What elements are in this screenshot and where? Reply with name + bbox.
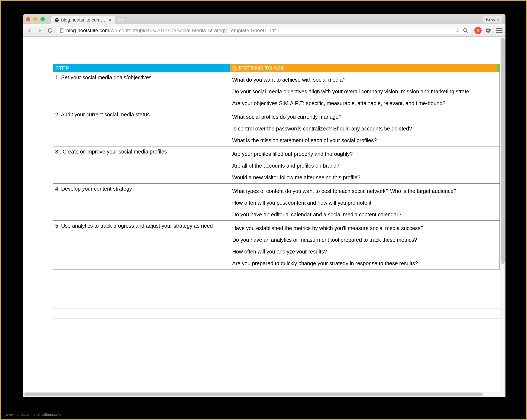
svg-point-3 [56, 19, 56, 20]
empty-row [53, 289, 500, 299]
address-bar[interactable]: blog.hootsuite.com/wp-content/uploads/20… [57, 26, 471, 35]
table-row: 1. Set your social media goals/objective… [53, 72, 500, 109]
forward-button[interactable] [36, 27, 44, 34]
page-file-icon [59, 28, 64, 33]
question-line: What social profiles do you currently ma… [230, 109, 499, 123]
window-controls [26, 17, 45, 21]
svg-point-5 [463, 28, 467, 32]
horizontal-scrollbar[interactable] [23, 392, 505, 397]
question-line: What types of content do you want to pos… [230, 184, 499, 197]
tab-bar: blog.hootsuite.com/wp-con ✕ Kevan [23, 14, 505, 24]
table-row: 5. Use analytics to track progress and a… [53, 221, 500, 269]
header-questions: QUESTIONS TO ASK [230, 64, 497, 72]
tab-title: blog.hootsuite.com/wp-con [61, 17, 106, 23]
vertical-scrollbar[interactable] [500, 37, 505, 392]
reload-button[interactable] [46, 27, 54, 34]
owl-favicon-icon [54, 18, 59, 22]
question-line: Are your profiles filled out properly an… [230, 146, 499, 160]
maximize-window-button[interactable] [41, 17, 45, 21]
strategy-table: STEP QUESTIONS TO ASK 1. Set your social… [53, 64, 500, 348]
empty-row [53, 319, 500, 328]
horizontal-scroll-thumb[interactable] [24, 393, 483, 396]
question-line: Do you have an analytics or measurment t… [230, 234, 499, 246]
minimize-window-button[interactable] [33, 17, 38, 21]
profile-badge[interactable]: Kevan [483, 16, 503, 23]
browser-toolbar: blog.hootsuite.com/wp-content/uploads/20… [23, 24, 505, 37]
url-text: blog.hootsuite.com/wp-content/uploads/20… [66, 27, 452, 33]
zoom-magnifier-icon[interactable] [463, 27, 469, 33]
pocket-extension-icon[interactable] [484, 27, 492, 34]
questions-cell: Have you established the metrics by whic… [230, 221, 500, 269]
close-window-button[interactable] [26, 17, 30, 21]
pdf-document: STEP QUESTIONS TO ASK 1. Set your social… [23, 37, 500, 392]
question-line: Are your objectives S.M.A.R.T: specific,… [230, 98, 499, 109]
empty-row [53, 338, 500, 348]
question-line: What is the mission statement of each of… [230, 134, 499, 146]
back-button[interactable] [26, 27, 33, 34]
table-header-row: STEP QUESTIONS TO ASK [53, 64, 500, 72]
menu-hamburger-icon[interactable] [496, 28, 503, 33]
question-line: Are all of the accounts and profiles on … [230, 160, 499, 172]
question-line: How often will you analyze your results? [230, 246, 499, 257]
questions-cell: Are your profiles filled out properly an… [230, 146, 500, 184]
step-cell: 2. Audit your current social media statu… [53, 109, 230, 146]
url-path: /wp-content/uploads/2014/12/Social-Media… [109, 27, 275, 33]
close-tab-icon[interactable]: ✕ [108, 18, 112, 22]
step-cell: 4. Develop your content strategy [53, 184, 230, 221]
vertical-scroll-thumb[interactable] [501, 38, 505, 264]
browser-window: blog.hootsuite.com/wp-con ✕ Kevan blog.h… [23, 14, 505, 397]
question-line: Do your social media objectives align wi… [230, 86, 499, 98]
bookmark-star-icon[interactable] [454, 27, 461, 33]
empty-row [53, 279, 500, 289]
watermark-text: www.heritagechristiancollege.com [6, 413, 61, 417]
empty-row [53, 309, 500, 319]
header-step: STEP [53, 64, 230, 72]
step-cell: 3 . Create or improve your social media … [53, 146, 230, 184]
svg-point-4 [57, 19, 57, 20]
questions-cell: What do you want to achieve with social … [230, 72, 500, 109]
step-cell: 1. Set your social media goals/objective… [53, 72, 230, 109]
table-row: 4. Develop your content strategy What ty… [53, 184, 500, 221]
browser-tab[interactable]: blog.hootsuite.com/wp-con ✕ [51, 16, 115, 24]
question-line: What do you want to achieve with social … [230, 72, 499, 86]
empty-row [53, 269, 500, 279]
question-line: Are you prepared to quickly change your … [230, 257, 499, 269]
empty-row [53, 299, 500, 309]
question-line: How often will you post content and how … [230, 197, 499, 209]
questions-cell: What social profiles do you currently ma… [230, 109, 500, 146]
table-row: 3 . Create or improve your social media … [53, 146, 500, 184]
new-tab-button[interactable] [116, 17, 126, 23]
question-line: Would a new visitor follow me after seei… [230, 172, 499, 183]
step-cell: 5. Use analytics to track progress and a… [53, 221, 230, 269]
question-line: Do you have an editorial calendar and a … [230, 209, 499, 221]
question-line: Is control over the passwords centralize… [230, 123, 499, 134]
content-viewport: STEP QUESTIONS TO ASK 1. Set your social… [23, 37, 505, 397]
question-line: Have you established the metrics by whic… [230, 221, 499, 234]
questions-cell: What types of content do you want to pos… [230, 184, 500, 221]
table-row: 2. Audit your current social media statu… [53, 109, 500, 146]
empty-row [53, 328, 500, 338]
empty-spreadsheet-rows [53, 269, 500, 348]
ublock-extension-icon[interactable]: ✋ [474, 27, 482, 34]
svg-point-0 [55, 18, 59, 22]
header-col3-sliver [497, 64, 500, 72]
url-domain: blog.hootsuite.com [66, 27, 109, 33]
